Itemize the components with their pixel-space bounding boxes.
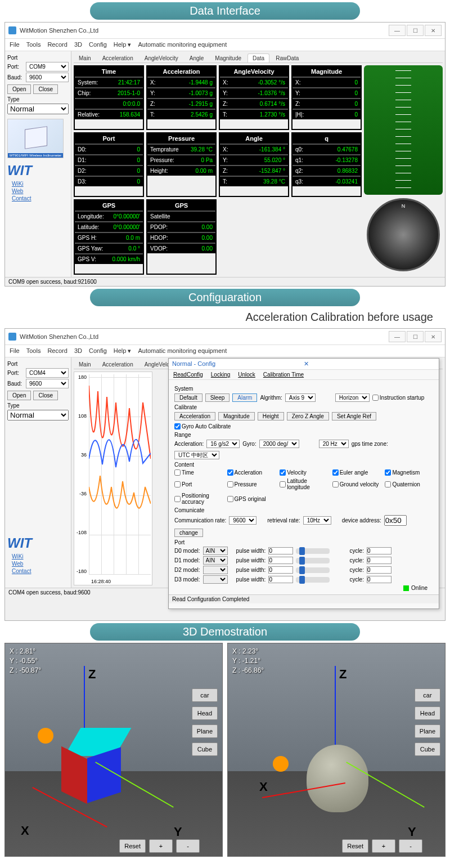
menu-file[interactable]: File xyxy=(10,41,20,48)
demo-plane-button[interactable]: Plane xyxy=(192,724,218,738)
open-button[interactable]: Open xyxy=(7,391,31,400)
tab-rawdata[interactable]: RawData xyxy=(271,53,304,62)
port-model-select[interactable]: AIN xyxy=(203,556,228,565)
port-model-select[interactable] xyxy=(203,575,228,584)
port-slider[interactable] xyxy=(296,567,330,573)
port-slider[interactable] xyxy=(296,558,330,563)
instruction-checkbox[interactable] xyxy=(372,395,379,401)
minimize-button[interactable]: — xyxy=(389,25,406,36)
link-contact[interactable]: Contact xyxy=(12,568,64,574)
calib-setref-button[interactable]: Set Angle Ref xyxy=(332,412,376,420)
config-menu-calibration-time[interactable]: Calibration Time xyxy=(263,372,304,378)
tab-magnitude[interactable]: Magnitude xyxy=(210,53,246,62)
open-button[interactable]: Open xyxy=(7,84,31,94)
menu-config[interactable]: Config xyxy=(89,347,107,355)
demo-zoom-in-button[interactable]: + xyxy=(149,839,173,853)
content-accleration-checkbox[interactable] xyxy=(227,469,233,476)
content-ground-velocity-checkbox[interactable] xyxy=(332,481,339,487)
close-button[interactable]: ✕ xyxy=(425,25,442,36)
config-close-button[interactable]: ✕ xyxy=(304,360,435,368)
menu-automatic-monitoring-equipment[interactable]: Automatic monitoring equipment xyxy=(138,347,227,355)
alarm-button[interactable]: Alarm xyxy=(232,393,257,402)
config-menu-unlock[interactable]: Unlock xyxy=(238,372,255,378)
port-select[interactable]: COM9 xyxy=(26,62,69,71)
cycle-input[interactable] xyxy=(367,576,392,583)
range-acc-select[interactable]: 16 g/s2 xyxy=(206,440,240,448)
menu-tools[interactable]: Tools xyxy=(26,347,41,355)
content-gps-original-checkbox[interactable] xyxy=(227,496,233,502)
range-gyro-select[interactable]: 2000 deg/ xyxy=(259,440,299,448)
cycle-input[interactable] xyxy=(367,557,392,564)
demo-reset-button[interactable]: Reset xyxy=(342,839,368,853)
content-positioning-accuracy-checkbox[interactable] xyxy=(174,496,181,502)
content-quaternion-checkbox[interactable] xyxy=(385,481,391,487)
link-wiki[interactable]: WiKi xyxy=(12,553,64,560)
tab-anglevelocity[interactable]: AngleVelocity xyxy=(140,53,183,62)
link-web[interactable]: Web xyxy=(12,561,64,567)
calib-mag-button[interactable]: Magnitude xyxy=(218,412,255,420)
port-model-select[interactable] xyxy=(203,566,228,574)
config-menu-readconfig[interactable]: ReadConfig xyxy=(173,372,203,378)
retrieval-select[interactable]: 10Hz xyxy=(303,516,331,525)
demo-zoom-in-button[interactable]: + xyxy=(372,839,395,853)
tab-data[interactable]: Data xyxy=(248,53,269,62)
menu-3d[interactable]: 3D xyxy=(74,347,82,355)
content-latitude-longitude-checkbox[interactable] xyxy=(280,481,286,487)
menu-file[interactable]: File xyxy=(10,347,20,355)
demo-zoom-out-button[interactable]: - xyxy=(399,839,422,853)
type-select[interactable]: Normal xyxy=(7,104,69,114)
menu-3d[interactable]: 3D xyxy=(74,41,82,48)
close-port-button[interactable]: Close xyxy=(33,84,58,94)
pulse-width-input[interactable] xyxy=(268,557,293,564)
demo-head-button[interactable]: Head xyxy=(192,706,218,720)
baud-select[interactable]: 9600 xyxy=(26,379,69,388)
content-pressure-checkbox[interactable] xyxy=(227,481,233,487)
horizon-select[interactable]: Horizon xyxy=(335,393,370,402)
demo-car-button[interactable]: car xyxy=(192,688,218,702)
algorithm-select[interactable]: Axis 9 xyxy=(285,393,316,402)
content-time-checkbox[interactable] xyxy=(174,469,181,476)
baud-select[interactable]: 9600 xyxy=(26,73,69,82)
range-hz-select[interactable]: 20 Hz xyxy=(319,440,349,448)
port-model-select[interactable]: AIN xyxy=(203,547,228,555)
calib-height-button[interactable]: Height xyxy=(258,412,284,420)
content-velocity-checkbox[interactable] xyxy=(280,469,286,476)
config-menu-locking[interactable]: Locking xyxy=(211,372,230,378)
pulse-width-input[interactable] xyxy=(268,547,293,554)
menu-record[interactable]: Record xyxy=(47,41,67,48)
port-slider[interactable] xyxy=(296,577,330,583)
tab-main[interactable]: Main xyxy=(74,53,96,62)
menu-automatic-monitoring-equipment[interactable]: Automatic monitoring equipment xyxy=(138,41,227,48)
link-contact[interactable]: Contact xyxy=(12,195,64,202)
calib-zero-button[interactable]: Zero Z Angle xyxy=(287,412,329,420)
link-wiki[interactable]: WiKi xyxy=(12,181,64,187)
calib-accel-button[interactable]: Acceleration xyxy=(174,412,215,420)
demo-zoom-out-button[interactable]: - xyxy=(176,839,200,853)
default-button[interactable]: Default xyxy=(174,393,202,402)
menu-config[interactable]: Config xyxy=(89,41,107,48)
content-magnetism-checkbox[interactable] xyxy=(385,469,391,476)
menu-help-[interactable]: Help ▾ xyxy=(114,41,132,48)
port-slider[interactable] xyxy=(296,548,330,554)
demo-car-button[interactable]: car xyxy=(415,688,440,702)
demo-head-button[interactable]: Head xyxy=(415,706,440,720)
tab-acceleration[interactable]: Acceleration xyxy=(97,53,138,62)
maximize-button[interactable]: ☐ xyxy=(407,25,424,36)
link-web[interactable]: Web xyxy=(12,188,64,194)
addr-input[interactable] xyxy=(384,515,407,526)
comm-rate-select[interactable]: 9600 xyxy=(229,516,256,525)
demo-plane-button[interactable]: Plane xyxy=(415,724,440,738)
tab-angle[interactable]: Angle xyxy=(184,53,209,62)
cycle-input[interactable] xyxy=(367,547,392,554)
port-select[interactable]: COM4 xyxy=(26,368,69,378)
range-tz-select[interactable]: UTC 中时区 xyxy=(174,451,219,459)
minimize-button[interactable]: — xyxy=(389,331,406,342)
close-port-button[interactable]: Close xyxy=(33,391,58,400)
pulse-width-input[interactable] xyxy=(268,576,293,583)
content-port-checkbox[interactable] xyxy=(174,481,181,487)
demo-cube-button[interactable]: Cube xyxy=(415,742,440,756)
sleep-button[interactable]: Sleep xyxy=(205,393,230,402)
content-euler-angle-checkbox[interactable] xyxy=(332,469,339,476)
pulse-width-input[interactable] xyxy=(268,566,293,574)
tab-main[interactable]: Main xyxy=(74,360,96,369)
